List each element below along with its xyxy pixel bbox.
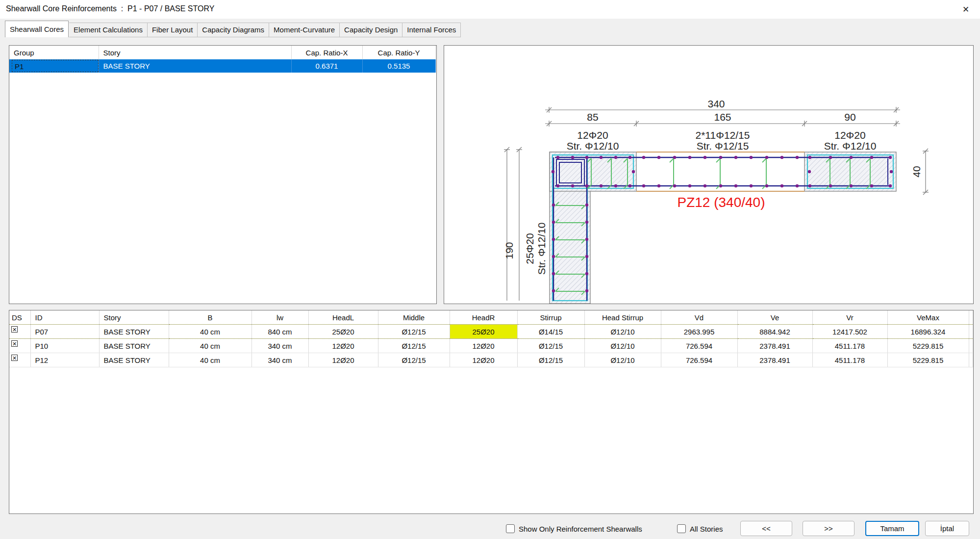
dim-right-head: 90 xyxy=(844,111,855,123)
label-middle-rebar: 2*11Φ12/15 xyxy=(696,129,750,141)
col-b[interactable]: B xyxy=(169,310,251,325)
wall-table-header: DS ID Story B lw HeadL Middle HeadR Stir… xyxy=(9,310,973,325)
tab-shearwall-cores[interactable]: Shearwall Cores xyxy=(5,21,69,37)
group-table: Group Story Cap. Ratio-X Cap. Ratio-Y P1… xyxy=(9,46,436,73)
col-lw[interactable]: lw xyxy=(251,310,308,325)
label-leg-stirrup: Str. Φ12/10 xyxy=(536,223,547,275)
cell-ve: 2378.491 xyxy=(737,353,812,367)
drawing-panel: 340 85 165 90 190 40 12Φ20 Str. Φ12/10 2… xyxy=(444,45,974,304)
cell-cap-ratio-x: 0.6371 xyxy=(291,59,362,73)
checkbox-box[interactable] xyxy=(677,524,686,533)
cell-headl: 25Ø20 xyxy=(308,325,378,339)
cell-vd: 726.594 xyxy=(661,353,737,367)
cell-vemax: 16896.324 xyxy=(887,325,969,339)
cell-filler xyxy=(969,339,973,353)
checkbox-box[interactable] xyxy=(506,524,515,533)
previous-button[interactable]: << xyxy=(740,521,792,536)
cell-group[interactable]: P1 xyxy=(9,59,99,73)
cell-vemax: 5229.815 xyxy=(887,339,969,353)
cell-id: P10 xyxy=(30,339,99,353)
cell-middle: Ø12/15 xyxy=(378,339,450,353)
cancel-button[interactable]: İptal xyxy=(925,521,969,536)
cell-headr: 12Ø20 xyxy=(450,353,517,367)
shearwall-section-drawing: 340 85 165 90 190 40 12Φ20 Str. Φ12/10 2… xyxy=(444,46,973,304)
close-icon: ✕ xyxy=(962,4,969,15)
cell-lw: 340 cm xyxy=(251,353,308,367)
tab-strip: Shearwall Cores Element Calculations Fib… xyxy=(5,21,461,37)
col-stirrup[interactable]: Stirrup xyxy=(517,310,584,325)
ds-checkbox[interactable]: ✕ xyxy=(11,340,18,347)
table-row-p10[interactable]: ✕ P10 BASE STORY 40 cm 340 cm 12Ø20 Ø12/… xyxy=(9,339,973,353)
all-stories-checkbox[interactable]: All Stories xyxy=(677,521,723,536)
cell-ve: 2378.491 xyxy=(737,339,812,353)
table-row-p12[interactable]: ✕ P12 BASE STORY 40 cm 340 cm 12Ø20 Ø12/… xyxy=(9,353,973,367)
cell-id: P07 xyxy=(30,325,99,339)
cell-head-stirrup: Ø12/10 xyxy=(584,353,661,367)
label-left-head-stirrup: Str. Φ12/10 xyxy=(567,140,619,152)
tab-internal-forces[interactable]: Internal Forces xyxy=(402,23,461,37)
col-story[interactable]: Story xyxy=(99,46,291,59)
next-button[interactable]: >> xyxy=(803,521,854,536)
cell-middle: Ø12/15 xyxy=(378,353,450,367)
cell-b: 40 cm xyxy=(169,339,251,353)
cell-headr: 12Ø20 xyxy=(450,339,517,353)
title-bar: Shearwall Core Reinforcements : P1 - P07… xyxy=(0,0,980,19)
col-head-stirrup[interactable]: Head Stirrup xyxy=(584,310,661,325)
cell-vd: 726.594 xyxy=(661,339,737,353)
group-table-header: Group Story Cap. Ratio-X Cap. Ratio-Y xyxy=(9,46,435,59)
dim-leg-height: 190 xyxy=(503,242,515,259)
tab-fiber-layout[interactable]: Fiber Layout xyxy=(148,23,198,37)
cell-lw: 840 cm xyxy=(251,325,308,339)
cell-middle: Ø12/15 xyxy=(378,325,450,339)
wall-table-panel: DS ID Story B lw HeadL Middle HeadR Stir… xyxy=(9,310,974,514)
col-headl[interactable]: HeadL xyxy=(308,310,378,325)
show-only-reinforcement-checkbox[interactable]: Show Only Reinforcement Shearwalls xyxy=(506,521,642,536)
col-id[interactable]: ID xyxy=(30,310,99,325)
close-button[interactable]: ✕ xyxy=(955,0,977,19)
col-ds[interactable]: DS xyxy=(9,310,30,325)
col-vd[interactable]: Vd xyxy=(661,310,737,325)
cell-b: 40 cm xyxy=(169,353,251,367)
cell-ds: ✕ xyxy=(9,325,30,339)
col-headr[interactable]: HeadR xyxy=(450,310,517,325)
cell-story: BASE STORY xyxy=(99,339,169,353)
cell-b: 40 cm xyxy=(169,325,251,339)
tab-element-calculations[interactable]: Element Calculations xyxy=(69,23,148,37)
cell-filler xyxy=(969,325,973,339)
cell-headl: 12Ø20 xyxy=(308,353,378,367)
cell-headl: 12Ø20 xyxy=(308,339,378,353)
label-middle-stirrup: Str. Φ12/15 xyxy=(697,140,749,152)
col-group[interactable]: Group xyxy=(9,46,99,59)
tab-capacity-design[interactable]: Capacity Design xyxy=(340,23,402,37)
group-row-p1[interactable]: P1 BASE STORY 0.6371 0.5135 xyxy=(9,59,435,73)
cell-cap-ratio-y: 0.5135 xyxy=(362,59,435,73)
col-cap-ratio-y[interactable]: Cap. Ratio-Y xyxy=(362,46,435,59)
col-vemax[interactable]: VeMax xyxy=(887,310,969,325)
cell-vr: 4511.178 xyxy=(812,339,887,353)
col-vr[interactable]: Vr xyxy=(812,310,887,325)
ok-button[interactable]: Tamam xyxy=(865,521,919,536)
ds-checkbox[interactable]: ✕ xyxy=(11,355,18,361)
cell-ve: 8884.942 xyxy=(737,325,812,339)
cell-lw: 340 cm xyxy=(251,339,308,353)
group-table-panel: Group Story Cap. Ratio-X Cap. Ratio-Y P1… xyxy=(9,45,437,304)
col-ve[interactable]: Ve xyxy=(737,310,812,325)
label-right-head-rebar: 12Φ20 xyxy=(834,129,865,141)
col-middle[interactable]: Middle xyxy=(378,310,450,325)
col-story[interactable]: Story xyxy=(99,310,169,325)
section-name-label: PZ12 (340/40) xyxy=(678,195,765,210)
col-cap-ratio-x[interactable]: Cap. Ratio-X xyxy=(291,46,362,59)
ds-checkbox[interactable]: ✕ xyxy=(11,326,18,333)
row-select-strip xyxy=(9,59,12,73)
cell-stirrup: Ø12/15 xyxy=(517,353,584,367)
cell-story: BASE STORY xyxy=(99,353,169,367)
tab-capacity-diagrams[interactable]: Capacity Diagrams xyxy=(198,23,269,37)
cell-head-stirrup: Ø12/10 xyxy=(584,325,661,339)
tab-moment-curvature[interactable]: Moment-Curvature xyxy=(269,23,340,37)
dim-left-head: 85 xyxy=(587,111,598,123)
label-right-head-stirrup: Str. Φ12/10 xyxy=(824,140,877,152)
cell-filler xyxy=(969,353,973,367)
dim-wall-thickness: 40 xyxy=(911,166,922,177)
table-row-p07[interactable]: ✕ P07 BASE STORY 40 cm 840 cm 25Ø20 Ø12/… xyxy=(9,325,973,339)
cell-vemax: 5229.815 xyxy=(887,353,969,367)
